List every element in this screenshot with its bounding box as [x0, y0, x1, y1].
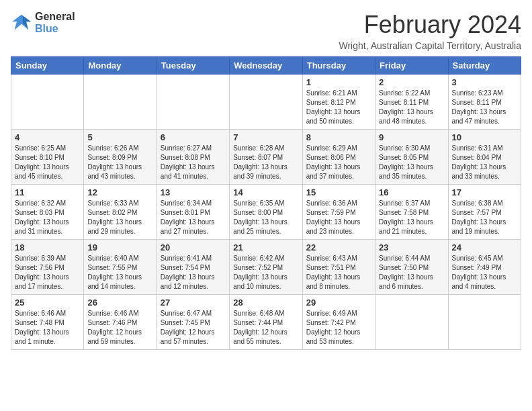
calendar-cell: 9Sunrise: 6:30 AMSunset: 8:05 PMDaylight…	[375, 130, 448, 185]
calendar-subtitle: Wright, Australian Capital Territory, Au…	[339, 40, 521, 51]
day-info: Sunrise: 6:28 AMSunset: 8:07 PMDaylight:…	[233, 144, 298, 181]
calendar-cell: 17Sunrise: 6:38 AMSunset: 7:57 PMDayligh…	[448, 185, 521, 240]
calendar-cell: 19Sunrise: 6:40 AMSunset: 7:55 PMDayligh…	[84, 240, 157, 295]
day-info: Sunrise: 6:47 AMSunset: 7:45 PMDaylight:…	[161, 309, 226, 347]
day-number: 23	[379, 242, 444, 253]
day-number: 20	[161, 242, 226, 253]
day-info: Sunrise: 6:21 AMSunset: 8:12 PMDaylight:…	[306, 89, 371, 126]
calendar-cell	[84, 75, 157, 130]
logo-icon	[11, 13, 32, 32]
calendar-cell: 29Sunrise: 6:49 AMSunset: 7:42 PMDayligh…	[302, 295, 375, 350]
column-header-sunday: Sunday	[11, 57, 84, 75]
day-number: 7	[233, 132, 298, 142]
day-info: Sunrise: 6:38 AMSunset: 7:57 PMDaylight:…	[452, 199, 517, 236]
calendar-cell: 3Sunrise: 6:23 AMSunset: 8:11 PMDaylight…	[448, 75, 521, 130]
day-number: 27	[161, 298, 226, 308]
day-number: 22	[306, 242, 371, 253]
calendar-cell: 7Sunrise: 6:28 AMSunset: 8:07 PMDaylight…	[230, 130, 302, 185]
day-info: Sunrise: 6:37 AMSunset: 7:58 PMDaylight:…	[379, 199, 444, 236]
calendar-cell	[448, 295, 521, 350]
day-info: Sunrise: 6:32 AMSunset: 8:03 PMDaylight:…	[15, 199, 80, 236]
calendar-cell	[375, 295, 448, 350]
column-header-tuesday: Tuesday	[157, 57, 229, 75]
calendar-cell: 12Sunrise: 6:33 AMSunset: 8:02 PMDayligh…	[84, 185, 157, 240]
calendar-week-1: 1Sunrise: 6:21 AMSunset: 8:12 PMDaylight…	[11, 75, 521, 130]
day-info: Sunrise: 6:26 AMSunset: 8:09 PMDaylight:…	[87, 144, 152, 181]
calendar-cell: 27Sunrise: 6:47 AMSunset: 7:45 PMDayligh…	[157, 295, 229, 350]
day-info: Sunrise: 6:43 AMSunset: 7:51 PMDaylight:…	[306, 254, 371, 291]
calendar-week-3: 11Sunrise: 6:32 AMSunset: 8:03 PMDayligh…	[11, 185, 521, 240]
day-info: Sunrise: 6:42 AMSunset: 7:52 PMDaylight:…	[233, 254, 298, 291]
day-number: 19	[87, 242, 152, 253]
calendar-cell: 26Sunrise: 6:46 AMSunset: 7:46 PMDayligh…	[84, 295, 157, 350]
calendar-cell: 22Sunrise: 6:43 AMSunset: 7:51 PMDayligh…	[302, 240, 375, 295]
calendar-cell: 11Sunrise: 6:32 AMSunset: 8:03 PMDayligh…	[11, 185, 84, 240]
day-info: Sunrise: 6:34 AMSunset: 8:01 PMDaylight:…	[161, 199, 226, 236]
calendar-cell: 28Sunrise: 6:48 AMSunset: 7:44 PMDayligh…	[230, 295, 302, 350]
day-info: Sunrise: 6:25 AMSunset: 8:10 PMDaylight:…	[15, 144, 80, 181]
calendar-cell: 14Sunrise: 6:35 AMSunset: 8:00 PMDayligh…	[230, 185, 302, 240]
day-number: 24	[452, 242, 517, 253]
calendar-title: February 2024	[339, 11, 521, 39]
calendar-week-5: 25Sunrise: 6:46 AMSunset: 7:48 PMDayligh…	[11, 295, 521, 350]
calendar-cell: 2Sunrise: 6:22 AMSunset: 8:11 PMDaylight…	[375, 75, 448, 130]
day-info: Sunrise: 6:49 AMSunset: 7:42 PMDaylight:…	[306, 309, 371, 347]
calendar-cell: 20Sunrise: 6:41 AMSunset: 7:54 PMDayligh…	[157, 240, 229, 295]
day-number: 15	[306, 187, 371, 197]
day-number: 28	[233, 298, 298, 308]
calendar-week-4: 18Sunrise: 6:39 AMSunset: 7:56 PMDayligh…	[11, 240, 521, 295]
day-info: Sunrise: 6:30 AMSunset: 8:05 PMDaylight:…	[379, 144, 444, 181]
calendar-week-2: 4Sunrise: 6:25 AMSunset: 8:10 PMDaylight…	[11, 130, 521, 185]
day-info: Sunrise: 6:45 AMSunset: 7:49 PMDaylight:…	[452, 254, 517, 291]
day-info: Sunrise: 6:40 AMSunset: 7:55 PMDaylight:…	[87, 254, 152, 291]
column-header-wednesday: Wednesday	[230, 57, 302, 75]
day-info: Sunrise: 6:41 AMSunset: 7:54 PMDaylight:…	[161, 254, 226, 291]
day-number: 21	[233, 242, 298, 253]
day-number: 11	[15, 187, 80, 197]
calendar-cell: 24Sunrise: 6:45 AMSunset: 7:49 PMDayligh…	[448, 240, 521, 295]
day-info: Sunrise: 6:46 AMSunset: 7:48 PMDaylight:…	[15, 309, 80, 347]
calendar-cell: 8Sunrise: 6:29 AMSunset: 8:06 PMDaylight…	[302, 130, 375, 185]
day-number: 3	[452, 77, 517, 87]
day-number: 29	[306, 298, 371, 308]
calendar-cell: 21Sunrise: 6:42 AMSunset: 7:52 PMDayligh…	[230, 240, 302, 295]
day-info: Sunrise: 6:35 AMSunset: 8:00 PMDaylight:…	[233, 199, 298, 236]
calendar-table: SundayMondayTuesdayWednesdayThursdayFrid…	[11, 56, 521, 350]
calendar-cell: 15Sunrise: 6:36 AMSunset: 7:59 PMDayligh…	[302, 185, 375, 240]
day-number: 10	[452, 132, 517, 142]
day-number: 17	[452, 187, 517, 197]
day-number: 25	[15, 298, 80, 308]
calendar-cell: 10Sunrise: 6:31 AMSunset: 8:04 PMDayligh…	[448, 130, 521, 185]
day-info: Sunrise: 6:22 AMSunset: 8:11 PMDaylight:…	[379, 89, 444, 126]
day-info: Sunrise: 6:27 AMSunset: 8:08 PMDaylight:…	[161, 144, 226, 181]
day-info: Sunrise: 6:29 AMSunset: 8:06 PMDaylight:…	[306, 144, 371, 181]
day-number: 4	[15, 132, 80, 142]
column-header-saturday: Saturday	[448, 57, 521, 75]
calendar-cell: 18Sunrise: 6:39 AMSunset: 7:56 PMDayligh…	[11, 240, 84, 295]
day-number: 1	[306, 77, 371, 87]
day-info: Sunrise: 6:48 AMSunset: 7:44 PMDaylight:…	[233, 309, 298, 347]
day-number: 8	[306, 132, 371, 142]
day-info: Sunrise: 6:23 AMSunset: 8:11 PMDaylight:…	[452, 89, 517, 126]
day-number: 26	[87, 298, 152, 308]
logo-blue: Blue	[35, 23, 75, 35]
day-number: 14	[233, 187, 298, 197]
calendar-header-row: SundayMondayTuesdayWednesdayThursdayFrid…	[11, 57, 521, 75]
svg-marker-0	[12, 14, 31, 30]
day-number: 18	[15, 242, 80, 253]
day-number: 12	[87, 187, 152, 197]
page-header: General Blue February 2024 Wright, Austr…	[11, 11, 521, 51]
calendar-cell	[230, 75, 302, 130]
calendar-cell: 13Sunrise: 6:34 AMSunset: 8:01 PMDayligh…	[157, 185, 229, 240]
day-info: Sunrise: 6:31 AMSunset: 8:04 PMDaylight:…	[452, 144, 517, 181]
day-info: Sunrise: 6:33 AMSunset: 8:02 PMDaylight:…	[87, 199, 152, 236]
title-block: February 2024 Wright, Australian Capital…	[339, 11, 521, 51]
day-info: Sunrise: 6:44 AMSunset: 7:50 PMDaylight:…	[379, 254, 444, 291]
calendar-cell	[157, 75, 229, 130]
day-info: Sunrise: 6:46 AMSunset: 7:46 PMDaylight:…	[87, 309, 152, 347]
day-number: 13	[161, 187, 226, 197]
day-number: 6	[161, 132, 226, 142]
logo-general: General	[35, 11, 75, 23]
day-number: 9	[379, 132, 444, 142]
calendar-cell: 23Sunrise: 6:44 AMSunset: 7:50 PMDayligh…	[375, 240, 448, 295]
